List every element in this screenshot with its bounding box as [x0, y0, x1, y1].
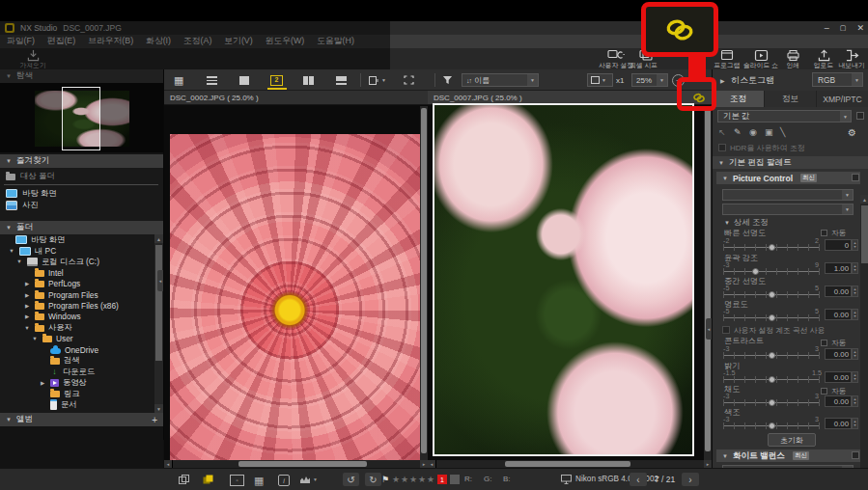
- color-control-point-icon[interactable]: ◉: [749, 126, 757, 138]
- upload-button[interactable]: 업로드: [809, 49, 838, 69]
- slider-track[interactable]: [723, 268, 820, 275]
- hdr-checkbox[interactable]: [718, 144, 726, 151]
- picture-control-dropdown-2[interactable]: ▼: [722, 204, 854, 215]
- menu-window[interactable]: 윈도우(W): [266, 36, 305, 47]
- nav-section-header[interactable]: ▼ 탐색: [0, 69, 163, 83]
- tree-scrollbar[interactable]: ▲ ▼: [154, 234, 163, 413]
- slider-thumb[interactable]: [769, 244, 775, 251]
- stepper-icon[interactable]: ▲▼: [852, 239, 858, 251]
- tree-item-windows[interactable]: ▶Windows: [0, 312, 163, 322]
- expander-icon[interactable]: ▶: [23, 313, 31, 319]
- sort-dropdown[interactable]: ↓↑ 이름 ▼: [462, 73, 539, 87]
- slider-value[interactable]: 1.00: [825, 262, 852, 274]
- export-button[interactable]: 내보내기: [836, 49, 867, 69]
- slider-thumb[interactable]: [769, 291, 775, 298]
- stepper-icon[interactable]: ▲▼: [852, 262, 858, 274]
- slider-track[interactable]: [723, 352, 820, 359]
- expander-icon[interactable]: ▼: [23, 325, 31, 331]
- histogram-channel-dropdown[interactable]: RGB ▼: [812, 72, 863, 87]
- folders-section-header[interactable]: ▼ 폴더: [0, 221, 163, 234]
- slideshow-button[interactable]: 슬라이드 쇼: [743, 49, 778, 69]
- picture-control-checkbox[interactable]: [852, 174, 859, 181]
- filter-icon[interactable]: [442, 74, 453, 86]
- menu-image[interactable]: 화상(I): [146, 36, 171, 47]
- scrollbar-thumb[interactable]: [155, 245, 162, 361]
- menu-view[interactable]: 보기(V): [224, 36, 252, 47]
- tree-item-links[interactable]: 링크: [0, 388, 163, 398]
- label-tag-red[interactable]: 1: [437, 475, 447, 484]
- next-image-button[interactable]: ›: [682, 473, 699, 486]
- star-icon[interactable]: ★: [392, 475, 400, 484]
- thumbnail-grid-view-icon[interactable]: ▦: [174, 74, 183, 86]
- slider-value[interactable]: 0.00: [825, 348, 852, 360]
- favorite-desktop[interactable]: 바탕 화면: [0, 188, 163, 199]
- expander-icon[interactable]: ▶: [23, 292, 31, 298]
- slider-value[interactable]: 0.00: [825, 309, 852, 320]
- navigation-crop-frame[interactable]: [62, 87, 100, 150]
- slider-thumb[interactable]: [769, 352, 775, 359]
- scroll-up-icon[interactable]: ▲: [860, 195, 868, 204]
- tree-item-local-disk[interactable]: ▼로컬 디스크 (C:): [0, 257, 163, 267]
- single-image-view-icon[interactable]: [239, 74, 249, 86]
- info-overlay-icon[interactable]: i: [278, 475, 290, 486]
- stepper-icon[interactable]: ▲▼: [852, 395, 858, 407]
- fit-view-dropdown[interactable]: ▼: [587, 73, 613, 87]
- slider-thumb[interactable]: [752, 268, 759, 275]
- right-pane-vertical-scrollbar[interactable]: [704, 106, 712, 460]
- slider-thumb[interactable]: [769, 399, 775, 406]
- left-pane-horizontal-scrollbar[interactable]: [173, 460, 420, 468]
- slider-value[interactable]: 0.00: [825, 371, 852, 383]
- sync-panes-icon[interactable]: [203, 475, 214, 484]
- grid-overlay-icon[interactable]: ▦: [254, 475, 264, 487]
- image-right-roses-selected[interactable]: [433, 103, 694, 456]
- tree-item-videos[interactable]: ▶동영상: [0, 377, 163, 388]
- slider-value[interactable]: 0.00: [825, 418, 852, 429]
- slider-value[interactable]: 0.00: [825, 286, 852, 297]
- albums-section-header[interactable]: ▼ 앨범 +: [0, 413, 163, 426]
- slider-thumb[interactable]: [769, 422, 775, 429]
- compare-mode-icon[interactable]: [179, 475, 190, 484]
- slider-value[interactable]: 0: [825, 239, 852, 251]
- slider-track[interactable]: [723, 244, 820, 251]
- favorite-pictures[interactable]: 사진: [0, 200, 163, 210]
- tree-item-searches[interactable]: 검색: [0, 355, 163, 366]
- star-icon[interactable]: ★: [409, 475, 417, 484]
- expander-icon[interactable]: ▶: [39, 380, 46, 386]
- slider-track[interactable]: [723, 399, 820, 406]
- tree-item-downloads[interactable]: ↓다운로드: [0, 367, 163, 377]
- scroll-left-icon[interactable]: ◂: [164, 460, 172, 468]
- slider-track[interactable]: [723, 314, 820, 321]
- favorite-target-folder[interactable]: 대상 폴더: [0, 171, 163, 181]
- edit-palette-header[interactable]: ▼ 기본 편집 팔레트: [713, 156, 868, 169]
- preset-dropdown[interactable]: 기본 값 ▼: [717, 110, 852, 122]
- expander-icon[interactable]: ▶: [23, 281, 31, 286]
- list-view-icon[interactable]: [207, 74, 217, 86]
- tree-item-documents[interactable]: 문서: [0, 399, 163, 410]
- retouch-brush-icon[interactable]: ✎: [734, 126, 742, 138]
- slider-track[interactable]: [723, 422, 820, 429]
- scroll-up-icon[interactable]: ▲: [154, 234, 163, 243]
- multi-view-icon[interactable]: [303, 74, 314, 86]
- tree-item-program-files[interactable]: ▶Program Files: [0, 289, 163, 300]
- custom-curve-checkbox[interactable]: [722, 326, 730, 334]
- left-pane-vertical-scrollbar[interactable]: [420, 106, 428, 460]
- undo-button[interactable]: ↺: [343, 473, 359, 486]
- scroll-left-icon[interactable]: ◂: [428, 460, 435, 468]
- reset-button[interactable]: 초기화: [768, 433, 816, 447]
- maximize-button[interactable]: ▢: [840, 24, 847, 32]
- star-icon[interactable]: ★: [418, 475, 426, 484]
- redo-button[interactable]: ↻: [365, 473, 381, 486]
- close-button[interactable]: ✕: [856, 23, 864, 33]
- favorites-section-header[interactable]: ▼ 즐겨찾기: [0, 154, 163, 168]
- stepper-icon[interactable]: ▲▼: [852, 371, 858, 383]
- tree-item-user[interactable]: ▼User: [0, 334, 163, 344]
- stepper-icon[interactable]: ▲▼: [852, 309, 858, 320]
- tab-info[interactable]: 정보: [765, 91, 817, 107]
- tab-adjust[interactable]: 조정: [713, 91, 765, 107]
- zoom-1to1-button[interactable]: x1: [616, 74, 624, 86]
- flag-icon[interactable]: ⚑: [381, 475, 389, 484]
- panel-scrollbar[interactable]: ▲ ▼: [860, 195, 868, 490]
- expander-icon[interactable]: ▶: [23, 303, 31, 309]
- two-image-compare-view-icon[interactable]: 2: [270, 74, 283, 86]
- import-button[interactable]: 가져오기: [14, 49, 52, 69]
